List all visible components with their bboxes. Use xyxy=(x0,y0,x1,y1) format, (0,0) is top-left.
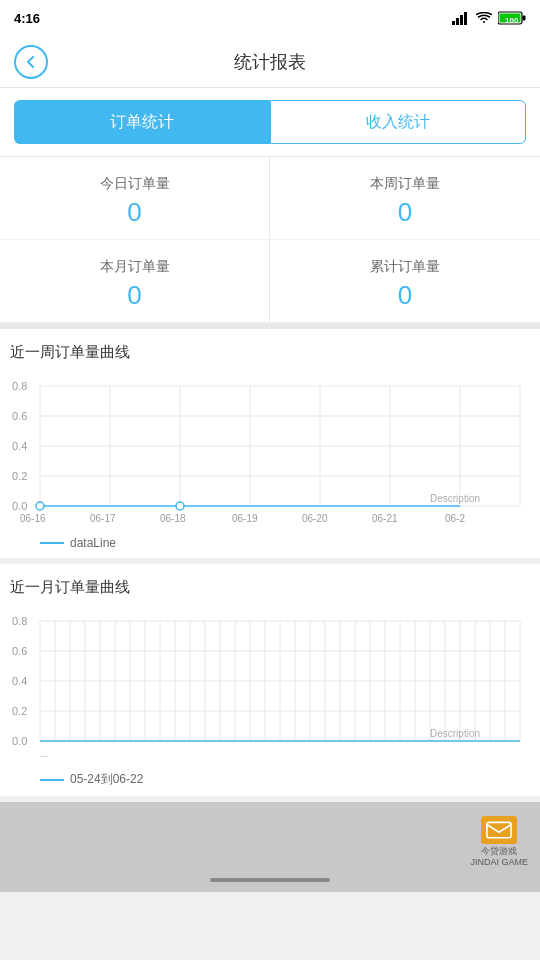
svg-text:Description: Description xyxy=(430,493,480,504)
weekly-chart-section: 近一周订单量曲线 0.8 0.6 0.4 0.2 0.0 06-16 xyxy=(0,329,540,558)
stat-month-label: 本月订单量 xyxy=(100,258,170,276)
svg-text:0.8: 0.8 xyxy=(12,380,27,392)
svg-text:0.2: 0.2 xyxy=(12,470,27,482)
home-indicator xyxy=(210,878,330,882)
monthly-chart-legend: 05-24到06-22 xyxy=(10,771,530,788)
stat-month-value: 0 xyxy=(127,282,141,308)
svg-text:06-17: 06-17 xyxy=(90,513,116,524)
status-icons: 100 xyxy=(452,11,526,25)
back-icon xyxy=(23,54,39,70)
tab-income[interactable]: 收入统计 xyxy=(270,100,527,144)
watermark: 今贷游戏 JINDAI GAME xyxy=(470,816,528,868)
back-button[interactable] xyxy=(14,45,48,79)
svg-text:06-20: 06-20 xyxy=(302,513,328,524)
svg-text:Description: Description xyxy=(430,728,480,739)
monthly-chart-svg: 0.8 0.6 0.4 0.2 0.0 xyxy=(10,607,530,767)
svg-text:0.8: 0.8 xyxy=(12,615,27,627)
stat-today-label: 今日订单量 xyxy=(100,175,170,193)
svg-text:0.0: 0.0 xyxy=(12,735,27,747)
stat-week-label: 本周订单量 xyxy=(370,175,440,193)
weekly-chart-title: 近一周订单量曲线 xyxy=(10,343,530,362)
monthly-chart-section: 近一月订单量曲线 0.8 0.6 0.4 0.2 0.0 xyxy=(0,564,540,796)
stats-grid: 今日订单量 0 本周订单量 0 本月订单量 0 累计订单量 0 xyxy=(0,157,540,329)
wifi-icon xyxy=(476,12,492,24)
status-bar: 4:16 100 xyxy=(0,0,540,36)
svg-rect-1 xyxy=(456,18,459,25)
svg-text:0.4: 0.4 xyxy=(12,675,27,687)
stat-total-label: 累计订单量 xyxy=(370,258,440,276)
signal-icon xyxy=(452,12,470,25)
svg-text:06-18: 06-18 xyxy=(160,513,186,524)
svg-text:0.6: 0.6 xyxy=(12,645,27,657)
svg-rect-3 xyxy=(464,12,467,25)
svg-rect-5 xyxy=(523,16,526,21)
page-title: 统计报表 xyxy=(234,50,306,74)
svg-text:0.0: 0.0 xyxy=(12,500,27,512)
bottom-area: 今贷游戏 JINDAI GAME xyxy=(0,802,540,892)
envelope-icon xyxy=(485,819,513,841)
svg-text:06-16: 06-16 xyxy=(20,513,46,524)
monthly-chart-container: 0.8 0.6 0.4 0.2 0.0 xyxy=(10,607,530,767)
weekly-legend-line xyxy=(40,542,64,544)
svg-text:06-19: 06-19 xyxy=(232,513,258,524)
svg-text:06-21: 06-21 xyxy=(372,513,398,524)
svg-text:06-2: 06-2 xyxy=(445,513,465,524)
svg-text:0.6: 0.6 xyxy=(12,410,27,422)
tab-order[interactable]: 订单统计 xyxy=(14,100,270,144)
monthly-legend-text: 05-24到06-22 xyxy=(70,771,143,788)
weekly-legend-text: dataLine xyxy=(70,536,116,550)
stat-month-orders: 本月订单量 0 xyxy=(0,240,270,323)
svg-text:0.4: 0.4 xyxy=(12,440,27,452)
monthly-legend-line xyxy=(40,779,64,781)
watermark-text: 今贷游戏 JINDAI GAME xyxy=(470,846,528,868)
monthly-chart-title: 近一月订单量曲线 xyxy=(10,578,530,597)
stat-week-orders: 本周订单量 0 xyxy=(270,157,540,240)
stat-total-orders: 累计订单量 0 xyxy=(270,240,540,323)
svg-rect-0 xyxy=(452,21,455,25)
status-time: 4:16 xyxy=(14,11,40,26)
tab-switch: 订单统计 收入统计 xyxy=(0,88,540,157)
svg-text:...: ... xyxy=(40,749,48,759)
stat-today-value: 0 xyxy=(127,199,141,225)
svg-rect-2 xyxy=(460,15,463,25)
svg-text:0.2: 0.2 xyxy=(12,705,27,717)
stat-total-value: 0 xyxy=(398,282,412,308)
stat-today-orders: 今日订单量 0 xyxy=(0,157,270,240)
svg-point-34 xyxy=(36,502,44,510)
svg-rect-82 xyxy=(487,823,511,838)
header: 统计报表 xyxy=(0,36,540,88)
watermark-icon xyxy=(481,816,517,844)
weekly-chart-legend: dataLine xyxy=(10,536,530,550)
weekly-chart-svg: 0.8 0.6 0.4 0.2 0.0 06-16 06-17 06-18 xyxy=(10,372,530,532)
svg-point-35 xyxy=(176,502,184,510)
stat-week-value: 0 xyxy=(398,199,412,225)
battery-icon: 100 xyxy=(498,11,526,25)
weekly-chart-container: 0.8 0.6 0.4 0.2 0.0 06-16 06-17 06-18 xyxy=(10,372,530,532)
svg-text:100: 100 xyxy=(505,16,519,25)
